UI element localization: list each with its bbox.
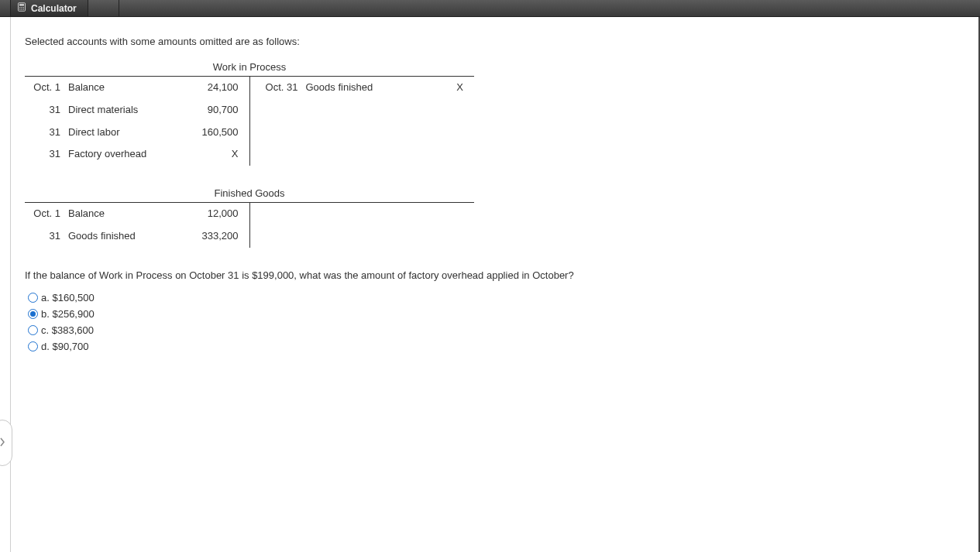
t-account-wip: Work in Process Oct. 1 Balance 24,100 31…: [25, 61, 474, 166]
question-content: Selected accounts with some amounts omit…: [11, 17, 980, 552]
entry-amount: 333,200: [183, 228, 245, 245]
entry-desc: Balance: [68, 206, 183, 222]
entry-amount: X: [183, 146, 245, 163]
answer-options: a. $160,500 b. $256,900 c. $383,600 d. $…: [28, 292, 963, 352]
svg-point-4: [23, 7, 24, 8]
entry-date: 31: [25, 146, 68, 163]
intro-text: Selected accounts with some amounts omit…: [25, 36, 963, 47]
option-label: b. $256,900: [41, 308, 95, 320]
question-text: If the balance of Work in Process on Oct…: [25, 269, 963, 281]
option-d[interactable]: d. $90,700: [28, 341, 963, 352]
svg-point-5: [19, 9, 20, 9]
table-row: Oct. 1 Balance 24,100: [25, 77, 249, 99]
radio-icon: [28, 325, 38, 335]
option-label: c. $383,600: [41, 324, 94, 336]
entry-amount: 12,000: [183, 206, 245, 222]
entry-date: 31: [25, 125, 68, 141]
t-account-debit-side: Oct. 1 Balance 24,100 31 Direct material…: [25, 77, 250, 166]
entry-date: 31: [25, 228, 68, 245]
t-account-title: Finished Goods: [25, 187, 474, 203]
entry-date: Oct. 1: [25, 80, 68, 96]
entry-desc: Goods finished: [306, 80, 408, 96]
calculator-tab-label: Calculator: [31, 3, 77, 14]
radio-icon: [28, 341, 38, 351]
left-sidebar: [0, 17, 11, 552]
table-row: Oct. 1 Balance 12,000: [25, 203, 249, 225]
svg-point-7: [23, 9, 24, 9]
entry-date: 31: [25, 102, 68, 118]
option-label: d. $90,700: [41, 341, 88, 352]
calculator-icon: [17, 2, 26, 14]
entry-desc: Factory overhead: [68, 146, 183, 163]
entry-desc: Direct materials: [68, 102, 183, 118]
option-label: a. $160,500: [41, 292, 95, 303]
entry-amount: 90,700: [183, 102, 245, 118]
svg-point-3: [21, 7, 22, 8]
t-account-credit-side: [250, 203, 475, 248]
toolbar-spacer: [0, 0, 11, 16]
option-a[interactable]: a. $160,500: [28, 292, 963, 303]
svg-point-2: [19, 7, 20, 8]
option-c[interactable]: c. $383,600: [28, 324, 963, 336]
table-row: 31 Goods finished 333,200: [25, 225, 249, 248]
calculator-tab[interactable]: Calculator: [11, 0, 88, 16]
entry-amount: 160,500: [183, 125, 245, 141]
toolbar-spacer: [88, 0, 119, 16]
t-account-credit-side: Oct. 31 Goods finished X: [250, 77, 475, 166]
t-account-title: Work in Process: [25, 61, 474, 77]
entry-desc: Direct labor: [68, 125, 183, 141]
top-toolbar: Calculator: [0, 0, 980, 17]
option-b[interactable]: b. $256,900: [28, 308, 963, 320]
chevron-right-icon: [0, 437, 6, 450]
t-account-fg: Finished Goods Oct. 1 Balance 12,000 31 …: [25, 187, 474, 248]
entry-date: Oct. 31: [255, 80, 306, 96]
table-row: 31 Factory overhead X: [25, 143, 249, 166]
radio-icon: [28, 293, 38, 303]
svg-point-6: [21, 9, 22, 9]
radio-icon: [28, 309, 38, 319]
table-row: Oct. 31 Goods finished X: [250, 77, 475, 99]
t-account-debit-side: Oct. 1 Balance 12,000 31 Goods finished …: [25, 203, 250, 248]
entry-date: Oct. 1: [25, 206, 68, 222]
entry-amount: X: [407, 80, 469, 96]
entry-desc: Balance: [68, 80, 183, 96]
svg-rect-1: [19, 4, 24, 5]
table-row: 31 Direct labor 160,500: [25, 122, 249, 144]
entry-desc: Goods finished: [68, 228, 183, 245]
entry-amount: 24,100: [183, 80, 245, 96]
table-row: 31 Direct materials 90,700: [25, 99, 249, 122]
